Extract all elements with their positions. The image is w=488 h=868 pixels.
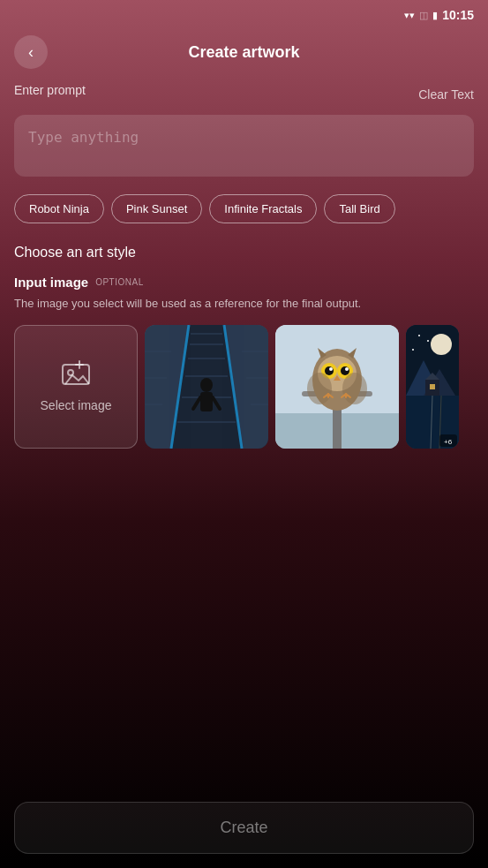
select-image-label: Select image [41, 398, 112, 412]
gallery-image-escalator[interactable] [145, 325, 268, 449]
page-title: Create artwork [48, 43, 440, 62]
gallery-image-owl[interactable] [275, 325, 399, 449]
owl-svg [275, 325, 399, 449]
select-image-button[interactable]: Select image [14, 325, 138, 449]
svg-point-39 [342, 373, 367, 404]
svg-point-31 [325, 366, 334, 375]
battery-icon: ▮ [432, 10, 438, 21]
svg-rect-14 [200, 392, 213, 411]
clear-text-button[interactable]: Clear Text [418, 87, 474, 102]
main-content: Enter prompt Clear Text Robot Ninja Pink… [0, 83, 488, 449]
input-image-header: Input image OPTIONAL [14, 275, 474, 290]
svg-point-33 [329, 367, 333, 371]
svg-point-45 [412, 349, 414, 351]
back-icon: ‹ [28, 43, 34, 62]
prompt-header-row: Enter prompt Clear Text [14, 83, 474, 106]
night-svg: +6 [406, 325, 459, 449]
back-button[interactable]: ‹ [14, 35, 48, 69]
input-image-description: The image you select will be used as a r… [14, 295, 474, 313]
input-image-section: Input image OPTIONAL The image you selec… [14, 275, 474, 449]
svg-point-38 [307, 373, 332, 404]
chip-tall-bird[interactable]: Tall Bird [324, 194, 394, 223]
header: ‹ Create artwork [0, 26, 488, 83]
prompt-input[interactable] [14, 115, 474, 177]
create-button[interactable]: Create [14, 802, 474, 854]
image-placeholder-icon [62, 360, 90, 391]
input-image-title: Input image [14, 275, 88, 290]
svg-point-43 [418, 335, 420, 336]
chip-infinite-fractals[interactable]: Infinite Fractals [209, 194, 317, 223]
art-style-section: Choose an art style [14, 245, 474, 260]
status-icons: ▾▾ ◫ ▮ 10:15 [404, 8, 474, 22]
status-time: 10:15 [442, 8, 474, 22]
bottom-section: Create [0, 788, 488, 868]
images-row: Select image [14, 325, 474, 449]
status-bar: ▾▾ ◫ ▮ 10:15 [0, 0, 488, 26]
chip-robot-ninja[interactable]: Robot Ninja [14, 194, 104, 223]
wifi-icon: ▾▾ [404, 10, 415, 21]
svg-text:+6: +6 [444, 438, 453, 446]
optional-badge: OPTIONAL [95, 277, 144, 287]
chips-row: Robot Ninja Pink Sunset Infinite Fractal… [14, 194, 474, 227]
signal-icon: ◫ [419, 10, 428, 21]
svg-point-32 [341, 366, 349, 375]
escalator-svg [145, 325, 268, 449]
prompt-label: Enter prompt [14, 83, 86, 97]
gallery-image-night[interactable]: +6 [406, 325, 459, 449]
svg-point-44 [427, 340, 429, 342]
chip-pink-sunset[interactable]: Pink Sunset [111, 194, 202, 223]
svg-point-13 [200, 378, 213, 392]
svg-point-42 [431, 334, 452, 355]
svg-rect-50 [430, 384, 435, 389]
svg-point-34 [345, 367, 349, 371]
art-style-label: Choose an art style [14, 245, 474, 260]
